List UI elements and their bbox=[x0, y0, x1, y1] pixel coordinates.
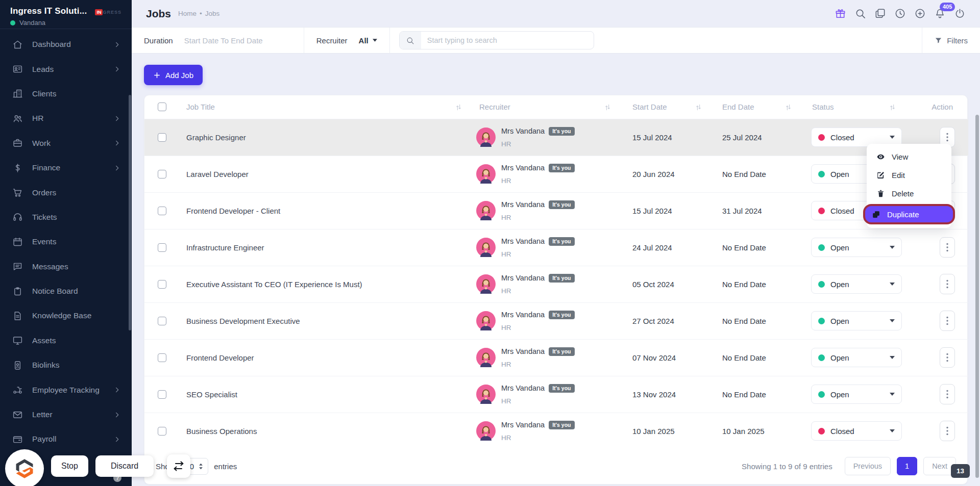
recruiter-avatar[interactable] bbox=[476, 127, 496, 147]
sidebar-item-employee-tracking[interactable]: Employee Tracking bbox=[0, 377, 132, 402]
clock-icon[interactable] bbox=[894, 8, 906, 19]
recruiter-name[interactable]: Mrs Vandana bbox=[501, 274, 545, 282]
page-scrollbar[interactable] bbox=[975, 115, 979, 478]
recruiter-avatar[interactable] bbox=[476, 201, 496, 220]
menu-item-duplicate[interactable]: Duplicate bbox=[863, 204, 955, 224]
menu-item-delete[interactable]: Delete bbox=[867, 184, 951, 202]
discard-button[interactable]: Discard bbox=[95, 455, 154, 477]
column-header-start-date[interactable]: Start Date bbox=[617, 95, 707, 119]
menu-item-edit[interactable]: Edit bbox=[867, 166, 951, 184]
job-title[interactable]: Laravel Developer bbox=[186, 170, 249, 178]
row-checkbox[interactable] bbox=[158, 243, 166, 252]
sidebar-item-work[interactable]: Work bbox=[0, 131, 132, 156]
active-user[interactable]: Vandana bbox=[10, 19, 121, 27]
sidebar-scrollbar[interactable] bbox=[129, 95, 131, 330]
recruiter-select[interactable]: All bbox=[359, 36, 377, 45]
recruiter-avatar[interactable] bbox=[476, 421, 496, 441]
row-actions-button[interactable] bbox=[940, 347, 955, 368]
swap-arrows-button[interactable] bbox=[167, 454, 190, 478]
sort-icon[interactable] bbox=[455, 103, 462, 112]
job-title[interactable]: Business Operations bbox=[186, 427, 257, 436]
recruiter-avatar[interactable] bbox=[476, 311, 496, 330]
recorder-brand-logo[interactable] bbox=[5, 449, 44, 486]
job-title[interactable]: Infrastructure Engineer bbox=[186, 243, 264, 252]
power-icon[interactable] bbox=[954, 8, 966, 19]
row-checkbox[interactable] bbox=[158, 353, 166, 362]
job-title[interactable]: Frontend Developer bbox=[186, 353, 254, 362]
column-header-status[interactable]: Status bbox=[797, 95, 919, 119]
row-actions-button[interactable] bbox=[940, 274, 955, 294]
gift-icon[interactable] bbox=[835, 8, 846, 19]
recruiter-avatar[interactable] bbox=[476, 238, 496, 257]
column-header-end-date[interactable]: End Date bbox=[707, 95, 797, 119]
recruiter-name[interactable]: Mrs Vandana bbox=[501, 384, 545, 392]
row-checkbox[interactable] bbox=[158, 390, 166, 399]
add-circle-icon[interactable] bbox=[914, 8, 926, 19]
recruiter-name[interactable]: Mrs Vandana bbox=[501, 347, 545, 355]
search-icon[interactable] bbox=[854, 8, 866, 19]
job-title[interactable]: Business Development Executive bbox=[186, 317, 300, 325]
recruiter-avatar[interactable] bbox=[476, 164, 496, 184]
status-dropdown[interactable]: Open bbox=[811, 311, 902, 330]
job-title[interactable]: SEO Specialist bbox=[186, 390, 237, 399]
sidebar-item-leads[interactable]: Leads bbox=[0, 57, 132, 81]
recruiter-name[interactable]: Mrs Vandana bbox=[501, 127, 545, 135]
sidebar-item-clients[interactable]: Clients bbox=[0, 82, 132, 106]
row-actions-button[interactable] bbox=[940, 384, 955, 404]
sidebar-item-letter[interactable]: Letter bbox=[0, 402, 132, 427]
duration-range-input[interactable] bbox=[184, 36, 291, 45]
column-header-job-title[interactable]: Job Title bbox=[176, 95, 464, 119]
recruiter-name[interactable]: Mrs Vandana bbox=[501, 311, 545, 319]
row-checkbox[interactable] bbox=[158, 280, 166, 289]
job-title[interactable]: Executive Assistant To CEO (IT Experienc… bbox=[186, 280, 362, 289]
search-input[interactable] bbox=[421, 36, 594, 44]
sidebar-item-knowledge-base[interactable]: Knowledge Base bbox=[0, 303, 132, 328]
row-checkbox[interactable] bbox=[158, 207, 166, 215]
row-actions-button[interactable] bbox=[940, 237, 955, 258]
row-actions-button[interactable] bbox=[940, 421, 955, 441]
row-checkbox[interactable] bbox=[158, 317, 166, 325]
select-all-checkbox[interactable] bbox=[158, 103, 166, 111]
breadcrumb-home[interactable]: Home bbox=[178, 10, 197, 17]
sidebar-item-notice-board[interactable]: Notice Board bbox=[0, 279, 132, 303]
previous-page-button[interactable]: Previous bbox=[845, 457, 891, 475]
sort-icon[interactable] bbox=[604, 103, 611, 112]
recruiter-avatar[interactable] bbox=[476, 348, 496, 367]
status-dropdown[interactable]: Closed bbox=[811, 421, 902, 441]
recruiter-name[interactable]: Mrs Vandana bbox=[501, 200, 545, 209]
sidebar-item-assets[interactable]: Assets bbox=[0, 328, 132, 353]
sidebar-item-messages[interactable]: Messages bbox=[0, 254, 132, 279]
sidebar-item-biolinks[interactable]: Biolinks bbox=[0, 353, 132, 377]
row-checkbox[interactable] bbox=[158, 133, 166, 142]
add-job-button[interactable]: Add Job bbox=[144, 65, 203, 85]
sidebar-item-tickets[interactable]: Tickets bbox=[0, 205, 132, 229]
row-actions-button[interactable] bbox=[940, 311, 955, 331]
column-header-recruiter[interactable]: Recruiter bbox=[464, 95, 617, 119]
status-dropdown[interactable]: Open bbox=[811, 274, 902, 294]
status-dropdown[interactable]: Open bbox=[811, 348, 902, 367]
status-dropdown[interactable]: Open bbox=[811, 385, 902, 404]
sidebar-item-finance[interactable]: Finance bbox=[0, 156, 132, 180]
menu-item-view[interactable]: View bbox=[867, 147, 951, 166]
row-checkbox[interactable] bbox=[158, 427, 166, 436]
recruiter-avatar[interactable] bbox=[476, 274, 496, 294]
sidebar-item-orders[interactable]: Orders bbox=[0, 180, 132, 204]
job-title[interactable]: Frontend Developer - Client bbox=[186, 207, 280, 215]
recruiter-avatar[interactable] bbox=[476, 385, 496, 404]
sidebar-item-payroll[interactable]: Payroll bbox=[0, 427, 132, 451]
recruiter-name[interactable]: Mrs Vandana bbox=[501, 164, 545, 172]
recruiter-name[interactable]: Mrs Vandana bbox=[501, 421, 545, 429]
row-checkbox[interactable] bbox=[158, 170, 166, 178]
status-dropdown[interactable]: Open bbox=[811, 238, 902, 257]
stop-button[interactable]: Stop bbox=[51, 455, 88, 477]
sidebar-item-hr[interactable]: HR bbox=[0, 106, 132, 131]
sidebar-item-events[interactable]: Events bbox=[0, 229, 132, 254]
sort-icon[interactable] bbox=[785, 103, 792, 112]
current-page-button[interactable]: 1 bbox=[897, 457, 917, 475]
sort-icon[interactable] bbox=[695, 103, 702, 112]
filters-button[interactable]: Filters bbox=[922, 28, 980, 53]
job-title[interactable]: Graphic Designer bbox=[186, 133, 246, 142]
sort-icon[interactable] bbox=[889, 103, 896, 112]
sidebar-item-dashboard[interactable]: Dashboard bbox=[0, 32, 132, 57]
recruiter-name[interactable]: Mrs Vandana bbox=[501, 237, 545, 245]
